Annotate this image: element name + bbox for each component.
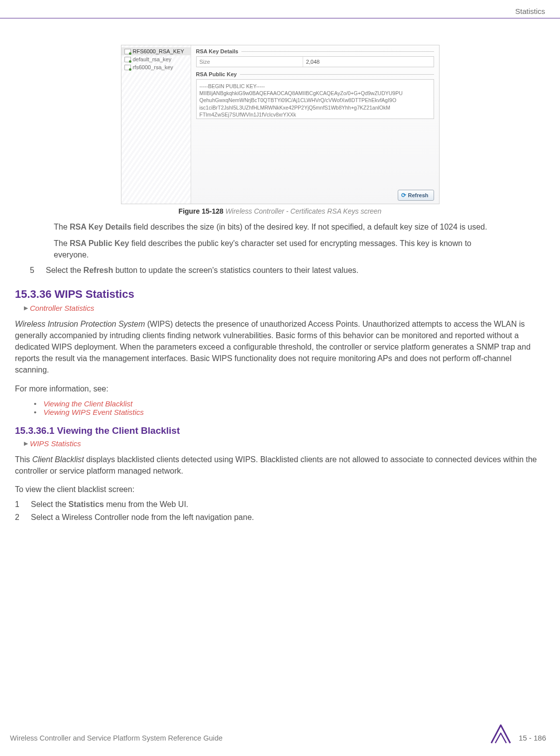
term-rsa-key-details: RSA Key Details [70, 223, 131, 231]
page-footer: Wireless Controller and Service Platform… [0, 724, 560, 744]
rsa-key-label: default_rsa_key [133, 56, 172, 62]
term-wips: Wireless Intrusion Protection System [15, 320, 145, 328]
page-header-section: Statistics [515, 7, 545, 15]
refresh-button[interactable]: ⟳ Refresh [398, 190, 434, 201]
paragraph-more-info: For more information, see: [15, 383, 545, 394]
rsa-key-item-2[interactable]: rfs6000_rsa_key [121, 63, 191, 71]
pubkey-line: -----BEGIN PUBLIC KEY----- [200, 83, 431, 90]
more-info-list: Viewing the Client Blacklist Viewing WIP… [34, 399, 545, 416]
pubkey-line: FTlm4ZwSEj7SUfWVln1J1fVclcv8xrYXXk [200, 111, 431, 118]
figure-label: Figure 15-128 [179, 207, 224, 215]
pubkey-line: isc1ciBrT2JshI5L3UZhfHLMRWNkKxe42PP2YjQ5… [200, 104, 431, 111]
rsa-size-value: 2,048 [303, 57, 434, 67]
step-number: 1 [15, 500, 24, 509]
list-item: Viewing WIPS Event Statistics [34, 408, 545, 416]
paragraph-wips-description: Wireless Intrusion Protection System (WI… [15, 318, 545, 376]
rsa-details-pane: RSA Key Details Size 2,048 RSA Public Ke… [191, 45, 439, 204]
paragraph-to-view: To view the client blacklist screen: [15, 484, 545, 495]
client-step-1: 1 Select the Statistics menu from the We… [15, 500, 530, 509]
heading-wips-statistics: 15.3.36 WIPS Statistics [15, 288, 545, 301]
key-icon [124, 49, 131, 54]
client-step-2: 2 Select a Wireless Controller node from… [15, 513, 530, 522]
step-number: 5 [30, 266, 39, 275]
rsa-public-key-fieldset: RSA Public Key -----BEGIN PUBLIC KEY----… [196, 71, 434, 119]
step-text: Select a Wireless Controller node from t… [31, 513, 254, 522]
rsa-public-key-title: RSA Public Key [196, 71, 434, 77]
rsa-keys-screen: RFS6000_RSA_KEY default_rsa_key rfs6000_… [121, 45, 440, 204]
figure-title: Wireless Controller - Certificates RSA K… [225, 207, 382, 215]
rsa-key-item-1[interactable]: default_rsa_key [121, 55, 191, 63]
breadcrumb-client-blacklist: ▶ WIPS Statistics [24, 439, 545, 448]
term-client-blacklist: Client Blacklist [32, 455, 84, 464]
step-number: 2 [15, 513, 24, 522]
breadcrumb-wips: ▶ Controller Statistics [24, 304, 545, 312]
pubkey-line: MIIBIjANBgkqhkiG9w0BAQEFAAOCAQ8AMIIBCgKC… [200, 90, 431, 97]
link-viewing-client-blacklist[interactable]: Viewing the Client Blacklist [43, 399, 132, 408]
list-item: Viewing the Client Blacklist [34, 399, 545, 408]
brand-logo-icon [489, 722, 512, 745]
rsa-public-key-textarea[interactable]: -----BEGIN PUBLIC KEY----- MIIBIjANBgkqh… [196, 79, 434, 119]
rsa-key-label: RFS6000_RSA_KEY [133, 48, 184, 54]
term-rsa-public-key: RSA Public Key [70, 239, 129, 248]
chevron-right-icon: ▶ [24, 305, 28, 311]
key-icon [124, 57, 131, 62]
step-text: Select the Statistics menu from the Web … [31, 500, 188, 509]
step-text: Select the Refresh button to update the … [46, 266, 358, 275]
rsa-size-label: Size [197, 57, 303, 67]
footer-title: Wireless Controller and Service Platform… [10, 734, 223, 742]
header-divider [0, 18, 560, 18]
term-statistics: Statistics [69, 500, 104, 508]
pubkey-line: QehuhGwxqNemWNrjBcT0QTBTYi09C/Aj1CLWHVrQ… [200, 97, 431, 104]
breadcrumb-link-controller-statistics[interactable]: Controller Statistics [30, 304, 94, 312]
step-5: 5 Select the Refresh button to update th… [30, 266, 530, 275]
heading-viewing-client-blacklist: 15.3.36.1 Viewing the Client Blacklist [15, 425, 545, 436]
rsa-size-row: Size 2,048 [196, 56, 434, 67]
paragraph-rsa-key-details: The RSA Key Details field describes the … [54, 221, 506, 233]
rsa-key-details-title: RSA Key Details [196, 48, 434, 54]
rsa-key-label: rfs6000_rsa_key [133, 64, 173, 70]
content-area: RFS6000_RSA_KEY default_rsa_key rfs6000_… [0, 40, 560, 526]
breadcrumb-link-wips-statistics[interactable]: WIPS Statistics [30, 439, 81, 448]
paragraph-rsa-public-key: The RSA Public Key field describes the p… [54, 238, 506, 260]
footer-page-number: 15 - 186 [519, 734, 546, 742]
refresh-icon: ⟳ [401, 192, 406, 199]
chevron-right-icon: ▶ [24, 440, 28, 447]
refresh-label: Refresh [408, 192, 429, 198]
term-refresh: Refresh [84, 266, 113, 274]
figure-caption: Figure 15-128 Wireless Controller - Cert… [10, 207, 550, 215]
key-icon [124, 65, 131, 70]
rsa-key-list: RFS6000_RSA_KEY default_rsa_key rfs6000_… [121, 45, 191, 204]
rsa-key-details-fieldset: RSA Key Details Size 2,048 [196, 48, 434, 67]
rsa-key-item-0[interactable]: RFS6000_RSA_KEY [121, 47, 191, 55]
link-viewing-wips-event-statistics[interactable]: Viewing WIPS Event Statistics [43, 408, 143, 416]
paragraph-client-blacklist: This Client Blacklist displays blacklist… [15, 454, 545, 477]
